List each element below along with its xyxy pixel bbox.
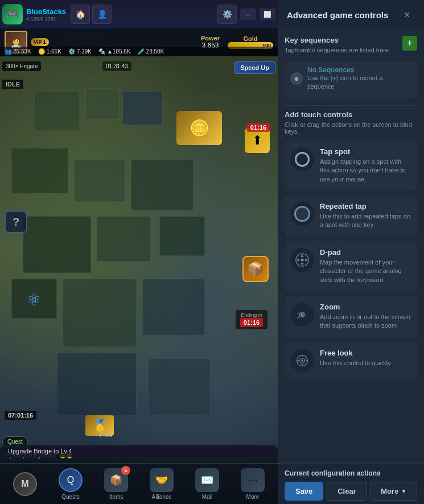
nav-more-wrap: ⋯ [241, 468, 265, 492]
restore-btn[interactable]: ⬜ [260, 9, 275, 20]
chest-icon[interactable]: 📦 [242, 256, 269, 282]
time-label: 01:31:43 [102, 61, 131, 71]
power-label: Power [201, 35, 220, 42]
resource-gold-value: 1.66K [47, 48, 61, 55]
nav-items-badge: 5 [121, 466, 130, 475]
repeated-tap-name: Repeated tap [320, 202, 411, 210]
nav-quests-icon: Q [59, 468, 83, 492]
nav-item-items[interactable]: 📦 5 Items [101, 468, 132, 500]
nav-item-alliance[interactable]: 🤝 Alliance [146, 468, 178, 500]
logo-text: BlueStacks 4.120.0.1081 [26, 7, 66, 22]
zoom-name: Zoom [320, 303, 411, 311]
add-sequence-button[interactable]: + [402, 36, 417, 51]
nav-alliance-wrap: 🤝 [150, 468, 174, 492]
nav-item-more[interactable]: ⋯ More [237, 468, 269, 500]
question-btn[interactable]: ? [5, 210, 27, 233]
vip-badge: VIP 1 [31, 38, 49, 46]
dpad-icon-wrap [290, 248, 314, 272]
resource-chem-value: 28.50K [146, 48, 164, 55]
repeated-tap-icon-wrap [290, 202, 314, 226]
zoom-icon-wrap [290, 303, 314, 327]
repeated-tap-text: Repeated tap Use this to add repeated ta… [320, 202, 411, 230]
freelook-icon [295, 354, 309, 367]
gold-ingot: 🪙 [176, 111, 222, 145]
resource-parts-value: ▲105.6K [107, 48, 131, 55]
top-bar: 🎮 BlueStacks 4.120.0.1081 🏠 👤 ⚙️ — ⬜ [0, 0, 278, 28]
nav-alliance-icon: 🤝 [150, 468, 174, 492]
app-version: 4.120.0.1081 [26, 16, 66, 22]
zoom-icon [295, 308, 309, 321]
nav-items-label: Items [109, 494, 123, 500]
dpad-icon [295, 253, 309, 267]
add-touch-controls-section: Add touch controls Click or drag the act… [285, 110, 417, 135]
save-button[interactable]: Save [285, 482, 323, 501]
logo-area: 🎮 BlueStacks 4.120.0.1081 [2, 4, 66, 24]
seq-text-wrap: No Sequences Use the [+] icon to record … [307, 66, 411, 92]
control-repeated-tap[interactable]: Repeated tap Use this to add repeated ta… [285, 195, 417, 237]
atom-icon: ⚛ [27, 291, 41, 309]
idle-label: IDLE [2, 80, 23, 89]
control-tap-spot[interactable]: Tap spot Assign tapping on a spot with t… [285, 141, 417, 191]
panel-close-button[interactable]: × [399, 7, 415, 23]
svg-line-7 [297, 316, 300, 319]
svg-point-11 [301, 360, 303, 361]
svg-marker-2 [300, 263, 303, 266]
advanced-controls-panel: Advanced game controls × Key sequences T… [278, 0, 424, 504]
building-1 [34, 91, 80, 131]
minimize-btn[interactable]: — [240, 9, 256, 20]
nav-item-m[interactable]: M [10, 472, 41, 496]
seq-row: ⏺ No Sequences Use the [+] icon to recor… [290, 66, 411, 92]
svg-point-6 [300, 313, 303, 316]
building-4 [11, 148, 68, 193]
nav-items-wrap: 📦 5 [104, 468, 128, 492]
nav-quests-wrap: Q [59, 468, 83, 492]
app-name: BlueStacks [26, 7, 66, 16]
repeated-tap-icon [294, 206, 310, 222]
more-chevron-icon: ▼ [401, 488, 406, 494]
resource-steel-value: 7.29K [77, 48, 92, 55]
game-area: 🎮 BlueStacks 4.120.0.1081 🏠 👤 ⚙️ — ⬜ 👩‍💼… [0, 0, 278, 504]
more-button[interactable]: More ▼ [371, 482, 417, 501]
speed-up-button[interactable]: Speed Up [234, 61, 275, 74]
resources-bar: 👥 25.53K 🪙 1.66K ⚙️ 7.29K 🔩 ▲105.6K 🧪 28… [0, 47, 278, 56]
nav-mail-label: Mail [202, 494, 212, 500]
control-freelook[interactable]: Free look Use this control to quickly [285, 342, 417, 379]
gold-label: Gold [243, 35, 257, 42]
tap-spot-desc: Assign tapping on a spot with this actio… [320, 158, 411, 184]
svg-marker-4 [305, 258, 308, 261]
tap-spot-icon [295, 152, 310, 167]
building-9 [159, 216, 205, 256]
nav-items-icon: 📦 5 [104, 468, 128, 492]
zoom-desc: Add zoom in or out to the screen that su… [320, 313, 411, 331]
nav-mail-wrap: ✉️ [195, 468, 219, 492]
nav-item-quests[interactable]: Q Quests [55, 468, 87, 500]
control-dpad[interactable]: D-pad Map the movement of your character… [285, 241, 417, 291]
control-zoom[interactable]: Zoom Add zoom in or out to the screen th… [285, 296, 417, 337]
building-2 [85, 88, 120, 119]
nav-item-mail[interactable]: ✉️ Mail [192, 468, 223, 500]
sequence-info-box: ⏺ No Sequences Use the [+] icon to recor… [285, 61, 417, 98]
nav-more-label: More [246, 494, 260, 500]
building-8 [97, 216, 151, 262]
clear-button[interactable]: Clear [327, 482, 367, 501]
resource-parts: 🔩 ▲105.6K [98, 48, 131, 55]
nav-m-wrap: M [13, 472, 37, 496]
resource-gold-res: 🪙 1.66K [38, 48, 61, 55]
panel-title: Advanced game controls [287, 10, 388, 20]
nav-alliance-label: Alliance [151, 494, 171, 500]
no-sequences-label: No Sequences [307, 66, 411, 74]
home-icon-btn[interactable]: 🏠 [71, 5, 90, 24]
tap-spot-icon-wrap [290, 147, 314, 171]
person-icon-btn[interactable]: 👤 [92, 5, 112, 24]
unit-label: 300× Frigate [2, 61, 41, 71]
key-sequences-desc: Tap/combo sequences are listed here. [285, 47, 390, 53]
freelook-name: Free look [320, 349, 411, 357]
top-right-icons: ⚙️ — ⬜ [217, 5, 275, 24]
settings-icon-btn[interactable]: ⚙️ [217, 5, 237, 24]
resource-food: 👥 25.53K [5, 48, 31, 55]
building-atom: ⚛ [11, 279, 57, 319]
add-touch-desc: Click or drag the actions on the screen … [285, 121, 417, 135]
config-buttons: Save Clear More ▼ [285, 482, 417, 501]
repeated-tap-desc: Use this to add repeated taps on a spot … [320, 212, 411, 230]
nav-quests-label: Quests [61, 494, 80, 500]
